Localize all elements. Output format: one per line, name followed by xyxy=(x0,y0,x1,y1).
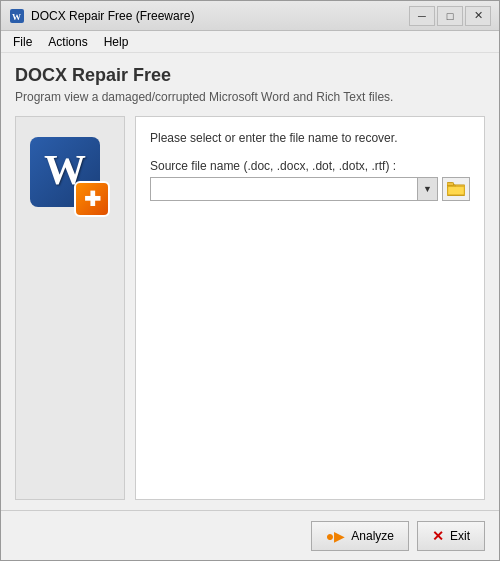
exit-label: Exit xyxy=(450,529,470,543)
analyze-label: Analyze xyxy=(351,529,394,543)
analyze-button[interactable]: ●▶ Analyze xyxy=(311,521,409,551)
minimize-button[interactable]: ─ xyxy=(409,6,435,26)
app-subtitle: Program view a damaged/corrupted Microso… xyxy=(15,90,485,104)
folder-icon xyxy=(447,182,465,196)
menu-help[interactable]: Help xyxy=(96,31,137,52)
maximize-button[interactable]: □ xyxy=(437,6,463,26)
main-panel: W ✚ Please select or enter the file name… xyxy=(15,116,485,500)
file-path-input[interactable] xyxy=(150,177,418,201)
main-window: W DOCX Repair Free (Freeware) ─ □ ✕ File… xyxy=(0,0,500,561)
word-repair-icon: W ✚ xyxy=(30,137,110,217)
panel-instruction: Please select or enter the file name to … xyxy=(150,131,470,145)
menu-bar: File Actions Help xyxy=(1,31,499,53)
exit-icon: ✕ xyxy=(432,528,444,544)
dropdown-arrow-icon: ▼ xyxy=(423,184,432,194)
window-controls: ─ □ ✕ xyxy=(409,6,491,26)
file-field-label: Source file name (.doc, .docx, .dot, .do… xyxy=(150,159,470,173)
app-title: DOCX Repair Free xyxy=(15,65,485,86)
file-browse-button[interactable] xyxy=(442,177,470,201)
right-panel: Please select or enter the file name to … xyxy=(135,116,485,500)
file-dropdown-button[interactable]: ▼ xyxy=(418,177,438,201)
repair-badge: ✚ xyxy=(74,181,110,217)
title-bar: W DOCX Repair Free (Freeware) ─ □ ✕ xyxy=(1,1,499,31)
left-panel: W ✚ xyxy=(15,116,125,500)
repair-cross-icon: ✚ xyxy=(84,189,101,209)
svg-rect-5 xyxy=(448,187,464,195)
app-icon-small: W xyxy=(9,8,25,24)
menu-actions[interactable]: Actions xyxy=(40,31,95,52)
svg-rect-4 xyxy=(447,182,454,185)
content-area: DOCX Repair Free Program view a damaged/… xyxy=(1,53,499,510)
file-input-combo: ▼ xyxy=(150,177,438,201)
analyze-icon: ●▶ xyxy=(326,528,345,544)
file-input-row: ▼ xyxy=(150,177,470,201)
close-button[interactable]: ✕ xyxy=(465,6,491,26)
svg-text:W: W xyxy=(12,12,21,22)
menu-file[interactable]: File xyxy=(5,31,40,52)
window-title: DOCX Repair Free (Freeware) xyxy=(31,9,409,23)
bottom-bar: ●▶ Analyze ✕ Exit xyxy=(1,510,499,560)
exit-button[interactable]: ✕ Exit xyxy=(417,521,485,551)
